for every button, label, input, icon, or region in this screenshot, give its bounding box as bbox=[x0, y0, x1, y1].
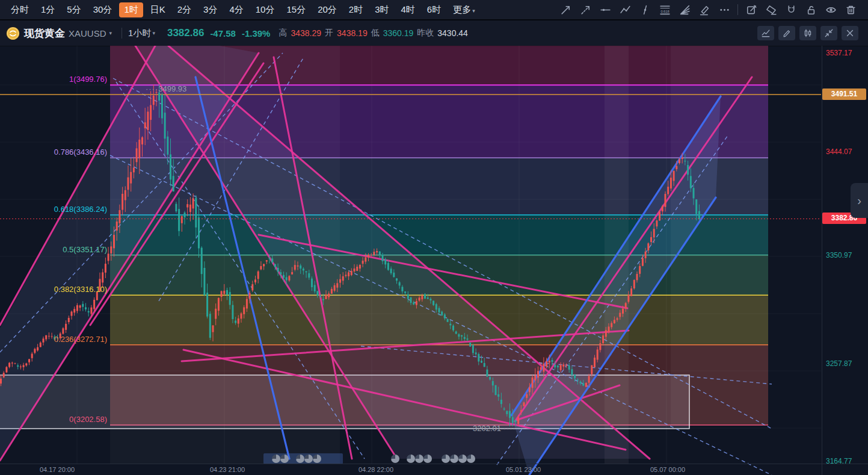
candle-body bbox=[605, 330, 607, 337]
candle-body bbox=[229, 292, 231, 305]
timeframe-4分[interactable]: 4分 bbox=[224, 2, 248, 17]
interval-selector[interactable]: 1小时 bbox=[128, 28, 151, 39]
timeframe-30分[interactable]: 30分 bbox=[88, 2, 117, 17]
timeframe-1时[interactable]: 1时 bbox=[119, 2, 143, 17]
candle-body bbox=[413, 302, 414, 305]
chart-style-icon[interactable] bbox=[757, 26, 774, 40]
timeframe-5分[interactable]: 5分 bbox=[62, 2, 85, 17]
candle-body bbox=[311, 279, 313, 287]
candle-body bbox=[25, 364, 27, 365]
candle-body bbox=[509, 411, 511, 418]
candle-body bbox=[223, 291, 225, 294]
candle-body bbox=[82, 304, 84, 307]
candle-body bbox=[436, 304, 437, 309]
candle-body bbox=[167, 137, 168, 155]
candle-body bbox=[645, 252, 647, 258]
magnet-icon[interactable] bbox=[784, 3, 798, 16]
candle-body bbox=[399, 282, 401, 286]
trend-line-dashed-icon[interactable] bbox=[579, 3, 592, 16]
note-edit-icon[interactable] bbox=[745, 3, 758, 16]
candle-body bbox=[546, 361, 547, 367]
timeframe-日K[interactable]: 日K bbox=[146, 2, 170, 17]
candle-body bbox=[108, 253, 109, 261]
ellipsis-icon[interactable] bbox=[718, 3, 731, 16]
trend-line-icon[interactable] bbox=[559, 3, 572, 16]
candle-body bbox=[300, 265, 301, 269]
candle-body bbox=[181, 216, 183, 223]
candle-body bbox=[283, 275, 285, 278]
candle-body bbox=[517, 417, 519, 424]
draw-icon[interactable] bbox=[778, 26, 795, 40]
candle-body bbox=[379, 252, 381, 255]
candle-body bbox=[410, 297, 412, 303]
candle-body bbox=[280, 272, 282, 274]
symbol-code[interactable]: XAUUSD bbox=[69, 28, 106, 39]
timeframe-4时[interactable]: 4时 bbox=[396, 2, 420, 17]
candle-body bbox=[467, 338, 469, 340]
candle-body bbox=[43, 338, 45, 342]
timeframe-10分[interactable]: 10分 bbox=[251, 2, 280, 17]
candle-body bbox=[254, 279, 256, 282]
symbol-name[interactable]: 现货黄金 bbox=[24, 26, 65, 40]
timeframe-more-menu[interactable]: 更多▾ bbox=[448, 2, 480, 17]
candle-body bbox=[475, 352, 477, 354]
candle-body bbox=[520, 410, 522, 411]
candle-body bbox=[334, 285, 336, 291]
candle-body bbox=[198, 217, 200, 248]
session-clock-icon bbox=[407, 455, 415, 463]
panel-expand-tab[interactable]: › bbox=[851, 183, 868, 218]
timeframe-2时[interactable]: 2时 bbox=[344, 2, 368, 17]
timeframe-6时[interactable]: 6时 bbox=[422, 2, 446, 17]
price-tick: 3350.97 bbox=[826, 251, 852, 259]
candle-body bbox=[136, 148, 138, 162]
timeframe-15分[interactable]: 15分 bbox=[282, 2, 310, 17]
candle-body bbox=[529, 387, 531, 392]
candle-body bbox=[568, 365, 570, 370]
candle-body bbox=[687, 165, 689, 175]
chart-area[interactable]: 1(3499.76)0.786(3436.16)0.618(3386.24)0.… bbox=[0, 46, 868, 475]
time-axis[interactable]: 04.17 20:0004.23 21:0004.28 22:0005.01 2… bbox=[0, 464, 868, 475]
candle-body bbox=[647, 243, 649, 250]
timeframe-分时[interactable]: 分时 bbox=[6, 2, 34, 17]
horizontal-line-icon[interactable] bbox=[599, 3, 612, 16]
interval-dropdown-caret[interactable]: ▾ bbox=[152, 30, 155, 36]
candle-body bbox=[65, 324, 67, 330]
candle-body bbox=[99, 279, 101, 291]
candle-body bbox=[218, 298, 220, 311]
eye-icon[interactable] bbox=[824, 3, 837, 16]
candle-body bbox=[401, 287, 403, 291]
candle-body bbox=[266, 260, 268, 261]
timeframe-2分[interactable]: 2分 bbox=[173, 2, 196, 17]
timeframe-20分[interactable]: 20分 bbox=[313, 2, 342, 17]
candle-body bbox=[679, 160, 680, 163]
timeframe-3分[interactable]: 3分 bbox=[199, 2, 222, 17]
candle-body bbox=[481, 361, 482, 362]
candle-body bbox=[676, 166, 677, 169]
candle-body bbox=[116, 222, 118, 231]
price-tick: 3257.87 bbox=[826, 359, 852, 368]
candle-body bbox=[249, 293, 251, 299]
eraser-icon[interactable] bbox=[765, 3, 778, 16]
close-icon[interactable] bbox=[842, 26, 858, 40]
timeframe-3时[interactable]: 3时 bbox=[370, 2, 393, 17]
candle-body bbox=[636, 274, 638, 280]
brush-icon[interactable] bbox=[698, 3, 711, 16]
polyline-icon[interactable] bbox=[618, 3, 632, 16]
candles-icon[interactable] bbox=[799, 26, 816, 40]
trash-icon[interactable] bbox=[844, 3, 857, 16]
lock-open-icon[interactable] bbox=[804, 3, 817, 16]
session-clock-icon bbox=[467, 455, 475, 463]
collapse-icon[interactable] bbox=[820, 26, 837, 40]
candle-body bbox=[57, 337, 58, 338]
price-chart-svg[interactable] bbox=[0, 46, 868, 475]
price-axis[interactable]: 3537.173491.513444.073382.863350.973257.… bbox=[822, 46, 868, 475]
vertical-trend-icon[interactable] bbox=[638, 3, 651, 16]
stat-label-昨收: 昨收 bbox=[417, 28, 434, 39]
candle-body bbox=[322, 299, 324, 300]
candle-body bbox=[269, 258, 271, 259]
fibonacci-icon[interactable]: 0.618 bbox=[658, 3, 671, 16]
candle-body bbox=[503, 409, 505, 409]
fan-icon[interactable] bbox=[678, 3, 691, 16]
timeframe-1分[interactable]: 1分 bbox=[36, 2, 60, 17]
symbol-dropdown-caret[interactable]: ▾ bbox=[109, 30, 112, 36]
